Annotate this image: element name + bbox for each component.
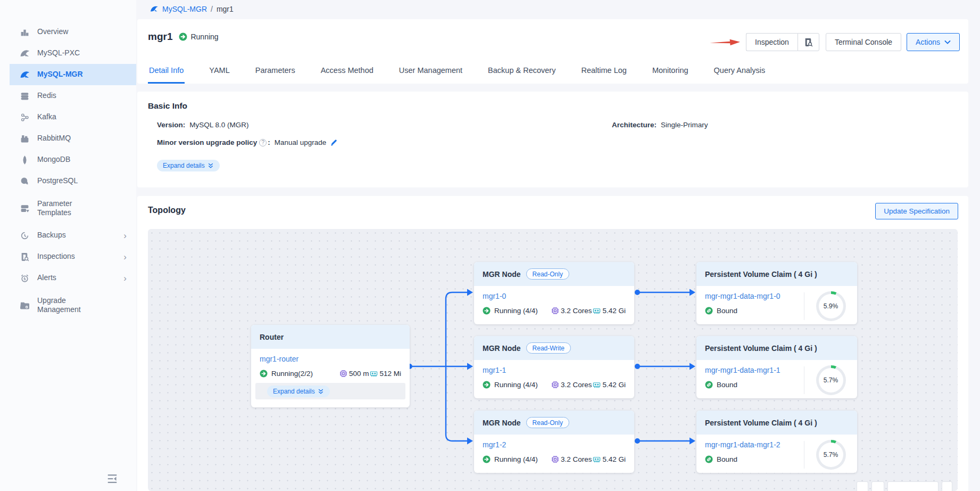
tab-detail-info[interactable]: Detail Info [148, 66, 185, 84]
mgr-pod-link[interactable]: mgr1-1 [483, 366, 506, 374]
tab-realtime-log[interactable]: Realtime Log [580, 66, 627, 84]
bar-chart-icon [20, 28, 29, 37]
mgr-status: Running (4/4) [483, 381, 538, 389]
sidebar-item-backups[interactable]: Backups › [10, 225, 136, 246]
doc-search-icon [20, 252, 29, 261]
tab-yaml[interactable]: YAML [208, 66, 230, 84]
bound-status-icon [705, 455, 713, 463]
inspection-button[interactable]: Inspection [746, 33, 798, 51]
mgr-pod-link[interactable]: mgr1-0 [483, 292, 506, 300]
tab-monitoring[interactable]: Monitoring [651, 66, 690, 84]
memory-icon [593, 307, 601, 315]
version-row: Version: MySQL 8.0 (MGR) [157, 121, 249, 129]
pvc-link[interactable]: mgr-mgr1-data-mgr1-0 [705, 292, 780, 300]
mgr-memory: 5.42 Gi [593, 307, 626, 315]
mgr-memory: 5.42 Gi [593, 455, 626, 463]
canvas-zoom-out-button[interactable] [857, 481, 868, 491]
mgr-pod-link[interactable]: mgr1-2 [483, 440, 506, 449]
sidebar-item-kafka[interactable]: Kafka [10, 107, 136, 128]
sidebar-collapse-icon[interactable] [106, 473, 118, 485]
cpu-icon [551, 455, 559, 463]
sidebar-item-mongodb[interactable]: MongoDB [10, 149, 136, 170]
router-cpu: 500 m [339, 370, 369, 378]
status-badge: Running [179, 32, 218, 41]
page-title: mgr1 Running [148, 31, 219, 43]
topology-card: Topology Update Specification [137, 196, 968, 491]
sidebar-item-rabbitmq[interactable]: RabbitMQ [10, 128, 136, 149]
expand-details-button[interactable]: Expand details [157, 160, 220, 171]
cpu-icon [551, 307, 559, 315]
router-expand-details-button[interactable]: Expand details [267, 386, 330, 397]
detail-header-card: mgr1 Running Inspection Terminal Console… [137, 19, 968, 84]
cpu-icon [551, 381, 559, 389]
upgrade-policy-row: Minor version upgrade policy ? : Manual … [157, 138, 338, 146]
sidebar-item-overview[interactable]: Overview [10, 21, 136, 43]
template-icon [20, 204, 29, 213]
inspection-report-button[interactable] [798, 33, 819, 51]
router-memory: 512 Mi [370, 370, 401, 378]
pvc-link[interactable]: mgr-mgr1-data-mgr1-1 [705, 366, 780, 374]
sidebar-item-upgrade-management[interactable]: Upgrade Management [10, 289, 136, 322]
tab-backup-recovery[interactable]: Backup & Recovery [487, 66, 557, 84]
topology-title: Topology [148, 206, 186, 215]
memory-icon [593, 381, 601, 389]
help-icon[interactable]: ? [259, 139, 267, 146]
actions-dropdown-button[interactable]: Actions [907, 33, 960, 51]
basic-info-title: Basic Info [148, 101, 187, 111]
sidebar-item-inspections[interactable]: Inspections › [10, 246, 136, 267]
basic-info-card: Basic Info Version: MySQL 8.0 (MGR) Arch… [137, 92, 968, 187]
sidebar-item-mysql-mgr[interactable]: MySQL-MGR [10, 64, 136, 85]
topology-canvas[interactable]: Router mgr1-router Running(2/2) 500 m 5 [148, 229, 958, 491]
sidebar-item-alerts[interactable]: Alerts › [10, 267, 136, 289]
pvc-usage-gauge: 5.9% [804, 292, 857, 320]
inspection-button-group: Inspection [746, 33, 819, 51]
folder-gear-icon [20, 301, 29, 310]
mgr-cpu: 3.2 Cores [551, 381, 592, 389]
terminal-console-button[interactable]: Terminal Console [826, 33, 901, 51]
role-badge: Read-Write [526, 342, 571, 354]
mgr-node-card: MGR Node Read-Only mgr1-2 Running (4/4) … [474, 411, 634, 473]
breadcrumb-app-link[interactable]: MySQL-MGR [162, 5, 207, 13]
running-status-icon [483, 381, 491, 389]
chevron-right-icon: › [123, 252, 127, 261]
mgr-cpu: 3.2 Cores [551, 307, 592, 315]
pvc-usage-gauge: 5.7% [804, 366, 857, 394]
tab-query-analysis[interactable]: Query Analysis [713, 66, 767, 84]
router-card-header: Router [251, 325, 410, 349]
canvas-fit-button[interactable] [942, 481, 952, 491]
tab-user-management[interactable]: User Management [398, 66, 463, 84]
sidebar-item-postgresql[interactable]: PostgreSQL [10, 170, 136, 192]
mgr-memory: 5.42 Gi [593, 381, 626, 389]
dolphin-icon [150, 5, 159, 13]
running-status-icon [179, 32, 187, 41]
architecture-value: Single-Primary [661, 121, 708, 129]
tab-access-method[interactable]: Access Method [320, 66, 375, 84]
tab-parameters[interactable]: Parameters [254, 66, 296, 84]
router-pod-link[interactable]: mgr1-router [260, 355, 298, 363]
sidebar-item-mysql-pxc[interactable]: MySQL-PXC [10, 43, 136, 64]
mgr-cpu: 3.2 Cores [551, 455, 592, 463]
elephant-icon [20, 177, 29, 186]
running-status-icon [260, 370, 268, 378]
dolphin-icon [20, 49, 29, 58]
version-value: MySQL 8.0 (MGR) [189, 121, 248, 129]
sidebar: Overview MySQL-PXC MySQL-MGR Redis Kafka… [0, 0, 136, 491]
router-expand-row: Expand details [255, 383, 405, 399]
annotation-arrow [710, 37, 741, 47]
sidebar-item-label: Overview [37, 27, 68, 37]
layers-icon [20, 92, 29, 101]
memory-icon [370, 370, 378, 378]
sidebar-item-redis[interactable]: Redis [10, 85, 136, 107]
role-badge: Read-Only [526, 417, 569, 428]
bound-status-icon [705, 381, 713, 389]
sidebar-item-parameter-templates[interactable]: Parameter Templates [10, 192, 136, 225]
role-badge: Read-Only [526, 268, 569, 280]
edit-pencil-icon[interactable] [330, 138, 338, 146]
update-specification-button[interactable]: Update Specification [875, 203, 958, 219]
pvc-link[interactable]: mgr-mgr1-data-mgr1-2 [705, 440, 780, 449]
dolphin-icon [20, 70, 29, 79]
chevron-right-icon: › [123, 231, 127, 240]
tab-bar: Detail Info YAML Parameters Access Metho… [148, 66, 766, 84]
canvas-zoom-slider[interactable] [887, 481, 939, 491]
canvas-zoom-in-button[interactable] [871, 481, 884, 491]
